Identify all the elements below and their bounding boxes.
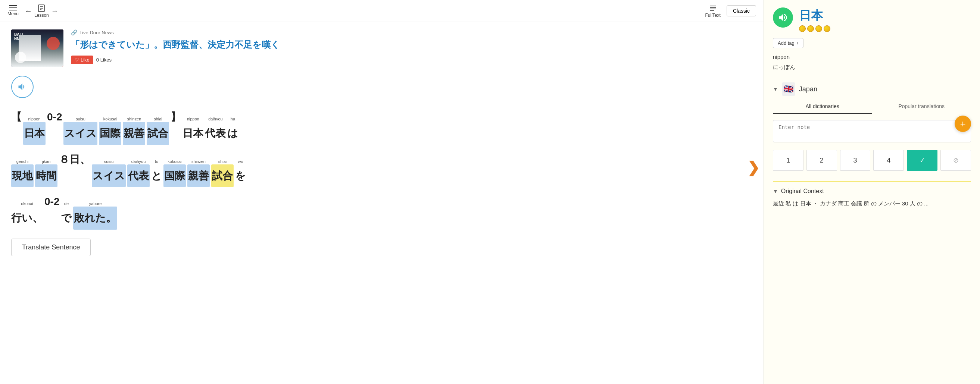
text-line-1: 【 nippon 日本 0-2 suisu スイス kokusai 国際 shi… xyxy=(11,106,752,145)
context-header: ▼ Original Context xyxy=(773,188,971,195)
word-okonai[interactable]: okonai 行い、 xyxy=(11,202,43,230)
word-okonai-text: 行い、 xyxy=(11,206,43,230)
furigana-wo: wo xyxy=(238,160,243,163)
word-shiai2-text: 試合 xyxy=(211,164,234,187)
coin-1 xyxy=(799,25,806,32)
furigana-kokusai2: kokusai xyxy=(167,160,181,163)
rating-row: 1 2 3 4 ✓ ⊘ xyxy=(773,150,971,171)
heart-icon: ♡ xyxy=(75,57,79,63)
word-kokusai2[interactable]: kokusai 国際 xyxy=(164,160,186,187)
furigana-shinzen: shinzen xyxy=(127,117,142,121)
translate-sentence-button[interactable]: Translate Sentence xyxy=(11,239,91,256)
like-count: 0 Likes xyxy=(96,57,111,63)
word-shinzen2-text: 親善 xyxy=(187,164,210,187)
word-shiai-text: 試合 xyxy=(147,122,169,145)
word-suisu2[interactable]: suisu スイス xyxy=(92,160,126,187)
like-button[interactable]: ♡ Like xyxy=(71,56,93,64)
word-suisu-text: スイス xyxy=(64,122,97,145)
rating-btn-3[interactable]: 3 xyxy=(840,150,871,171)
word-title: 日本 xyxy=(799,8,971,24)
word-yabure[interactable]: yabure 敗れた。 xyxy=(73,202,117,230)
word-nihon2[interactable]: nippon 日本 xyxy=(183,117,204,145)
separator-1: 0-2 xyxy=(47,106,62,129)
back-arrow[interactable]: ← xyxy=(25,7,32,15)
classic-button[interactable]: Classic xyxy=(727,5,756,16)
like-label: Like xyxy=(81,57,89,63)
word-nihon2-text: 日本 xyxy=(183,122,204,145)
word-daihyo[interactable]: daihyou 代表 xyxy=(205,117,226,145)
add-button[interactable]: + xyxy=(955,116,971,132)
original-context: ▼ Original Context 最近 私 は 日本 ・ カナダ 商工 会議… xyxy=(764,188,980,214)
lesson-button[interactable]: Lesson xyxy=(34,4,49,18)
word-shinzen[interactable]: shinzen 親善 xyxy=(123,117,145,145)
tab-popular-translations[interactable]: Popular translations xyxy=(872,100,971,114)
left-panel: Menu ← Lesson → FullText Classic BALLNNE… xyxy=(0,0,764,384)
furigana-de: de xyxy=(64,202,68,206)
rating-btn-x[interactable]: ⊘ xyxy=(940,150,971,171)
word-kokusai-text: 国際 xyxy=(99,122,121,145)
word-wo[interactable]: wo を xyxy=(235,160,246,187)
word-de-text: で xyxy=(61,206,72,230)
dict-translation: Japan xyxy=(799,86,817,93)
menu-label: Menu xyxy=(8,11,19,16)
word-kokusai[interactable]: kokusai 国際 xyxy=(99,117,121,145)
next-arrow[interactable]: ❯ xyxy=(747,151,760,184)
text-8nichi: ８日、 xyxy=(59,148,90,171)
tag-section: Add tag + nippon にっぽん xyxy=(764,38,980,78)
rating-btn-1[interactable]: 1 xyxy=(773,150,803,171)
tab-all-dictionaries[interactable]: All dictionaries xyxy=(773,100,872,114)
speaker-button[interactable] xyxy=(773,8,793,28)
word-daihyo2[interactable]: daihyou 代表 xyxy=(127,160,150,187)
word-shiai2[interactable]: shiai 試合 xyxy=(211,160,234,187)
toolbar-nav: ← Lesson → xyxy=(25,4,59,18)
article-area: BALLNNEL 🔗 Live Door News 「形はできていた」。西野監督… xyxy=(0,22,764,263)
fulltext-button[interactable]: FullText xyxy=(705,4,721,18)
right-panel: 日本 Add tag + nippon にっぽん ▼ 🇬🇧 Japan All … xyxy=(764,0,980,384)
word-wo-text: を xyxy=(235,164,246,187)
rating-btn-2[interactable]: 2 xyxy=(807,150,837,171)
word-ha[interactable]: ha は xyxy=(227,117,238,145)
word-to[interactable]: to と xyxy=(151,160,162,187)
uk-flag-icon: 🇬🇧 xyxy=(782,83,795,96)
hiragana: にっぽん xyxy=(773,62,971,72)
word-nihon[interactable]: nippon 日本 xyxy=(23,117,46,145)
context-chevron-icon[interactable]: ▼ xyxy=(773,188,778,194)
lesson-label: Lesson xyxy=(34,13,49,18)
add-tag-button[interactable]: Add tag + xyxy=(773,38,803,48)
furigana-genchi: genchi xyxy=(16,160,29,163)
furigana-nihon2: nippon xyxy=(187,117,199,121)
audio-button[interactable] xyxy=(11,76,33,98)
coin-2 xyxy=(807,25,814,32)
word-genchi[interactable]: genchi 現地 xyxy=(11,160,33,187)
forward-arrow[interactable]: → xyxy=(51,7,59,15)
furigana-to: to xyxy=(155,160,158,163)
bracket-close: 】 xyxy=(170,106,181,129)
coin-3 xyxy=(815,25,822,32)
rating-btn-check[interactable]: ✓ xyxy=(907,150,937,171)
toolbar: Menu ← Lesson → FullText Classic xyxy=(0,0,764,22)
word-jikan-text: 時間 xyxy=(35,164,57,187)
text-line-3: okonai 行い、 0-2 de で yabure 敗れた。 xyxy=(11,190,752,230)
furigana-jikan: jikan xyxy=(42,160,51,163)
word-shiai[interactable]: shiai 試合 xyxy=(147,117,169,145)
word-de[interactable]: de で xyxy=(61,202,72,230)
dict-section: ▼ 🇬🇧 Japan All dictionaries Popular tran… xyxy=(764,78,980,181)
word-suisu2-text: スイス xyxy=(92,164,126,187)
note-input[interactable] xyxy=(773,120,971,143)
rating-btn-4[interactable]: 4 xyxy=(873,150,904,171)
article-thumbnail: BALLNNEL xyxy=(11,29,64,67)
word-genchi-text: 現地 xyxy=(11,164,33,187)
word-suisu[interactable]: suisu スイス xyxy=(64,117,97,145)
dict-header: ▼ 🇬🇧 Japan xyxy=(773,83,971,96)
word-to-text: と xyxy=(151,164,162,187)
bracket-open: 【 xyxy=(11,106,22,129)
text-line-2: genchi 現地 jikan 時間 ８日、 suisu スイス daihyou… xyxy=(11,148,752,187)
fulltext-label: FullText xyxy=(705,13,721,18)
furigana-okonai: okonai xyxy=(21,202,33,206)
word-jikan[interactable]: jikan 時間 xyxy=(35,160,57,187)
word-shinzen2[interactable]: shinzen 親善 xyxy=(187,160,210,187)
word-nihon-text: 日本 xyxy=(23,122,46,145)
chevron-down-icon[interactable]: ▼ xyxy=(773,86,778,92)
toolbar-right: FullText Classic xyxy=(705,4,756,18)
menu-button[interactable]: Menu xyxy=(8,5,19,16)
